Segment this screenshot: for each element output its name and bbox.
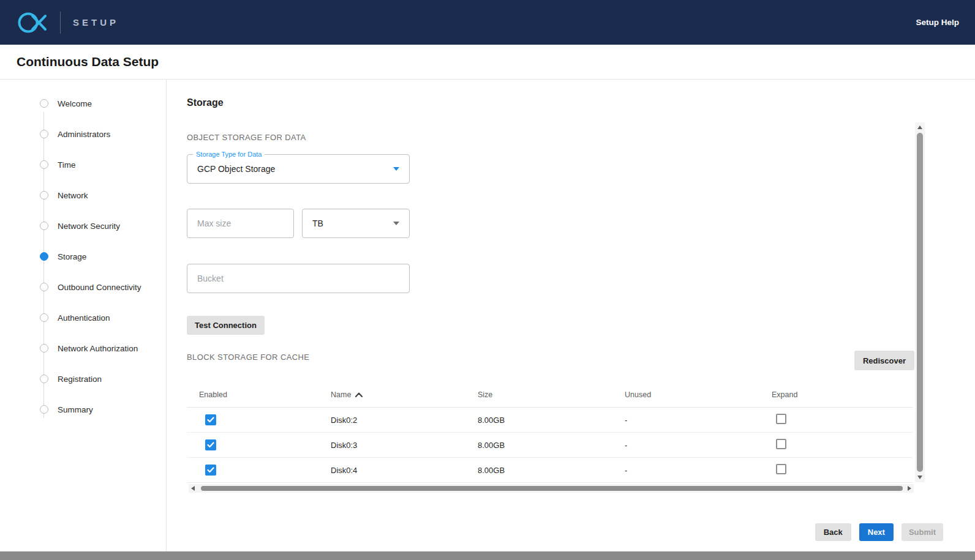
step-label: Network Authorization [58, 344, 138, 353]
step-authentication[interactable]: Authentication [0, 302, 166, 333]
step-outbound-connectivity[interactable]: Outbound Connectivity [0, 272, 166, 302]
column-expand: Expand [772, 390, 913, 399]
next-button[interactable]: Next [859, 523, 894, 541]
table-row: Disk0:4 8.00GB - [187, 458, 913, 483]
disk-name: Disk0:3 [331, 441, 478, 450]
disk-size: 8.00GB [478, 466, 625, 475]
wizard-footer: Back Next Submit [815, 523, 943, 541]
unit-value: TB [312, 218, 323, 228]
step-network-security[interactable]: Network Security [0, 211, 166, 241]
disk-name: Disk0:4 [331, 466, 478, 475]
step-dot-icon [40, 160, 48, 169]
expand-checkbox[interactable] [776, 414, 786, 424]
step-time[interactable]: Time [0, 149, 166, 180]
page-header: Continuous Data Setup [0, 45, 975, 80]
stepper: Welcome Administrators Time Network Netw… [0, 88, 166, 425]
step-dot-icon [40, 191, 48, 200]
test-connection-button[interactable]: Test Connection [187, 316, 265, 335]
submit-button[interactable]: Submit [902, 523, 943, 541]
horizontal-scrollbar[interactable] [189, 484, 914, 493]
step-registration[interactable]: Registration [0, 364, 166, 394]
column-unused: Unused [625, 390, 772, 399]
disk-unused: - [625, 466, 772, 475]
delphix-logo-icon [16, 10, 49, 35]
column-enabled: Enabled [187, 390, 331, 399]
storage-type-select[interactable]: Storage Type for Data GCP Object Storage [187, 154, 410, 184]
disk-size: 8.00GB [478, 416, 625, 425]
step-label: Outbound Connectivity [58, 283, 141, 292]
step-label: Summary [58, 405, 93, 414]
step-welcome[interactable]: Welcome [0, 88, 166, 119]
step-label: Administrators [58, 130, 110, 139]
step-summary[interactable]: Summary [0, 394, 166, 425]
table-row: Disk0:2 8.00GB - [187, 408, 913, 433]
disk-name: Disk0:2 [331, 416, 478, 425]
sidebar: Welcome Administrators Time Network Netw… [0, 80, 167, 551]
chevron-down-icon [393, 222, 399, 225]
step-label: Registration [58, 375, 102, 384]
step-label: Network Security [58, 222, 120, 231]
max-size-input[interactable] [187, 209, 293, 237]
step-dot-icon [40, 283, 48, 291]
step-dot-icon [40, 405, 48, 414]
block-storage-section-title: BLOCK STORAGE FOR CACHE [187, 353, 309, 362]
table-row: Disk0:3 8.00GB - [187, 433, 913, 458]
brand-text: SETUP [73, 17, 119, 28]
setup-app: SETUP Setup Help Continuous Data Setup W… [0, 0, 975, 560]
expand-checkbox[interactable] [776, 464, 786, 474]
storage-heading: Storage [187, 97, 224, 108]
main-content: Storage OBJECT STORAGE FOR DATA Storage … [167, 80, 975, 551]
disk-table-header: Enabled Name Size Unused Expand [187, 383, 913, 408]
setup-help-link[interactable]: Setup Help [916, 18, 959, 27]
storage-type-value: GCP Object Storage [197, 164, 275, 174]
step-storage[interactable]: Storage [0, 241, 166, 272]
step-dot-icon [40, 344, 48, 353]
step-label: Welcome [58, 99, 92, 108]
page-title: Continuous Data Setup [17, 54, 159, 69]
object-storage-section-title: OBJECT STORAGE FOR DATA [187, 133, 306, 142]
step-label: Network [58, 191, 88, 200]
bucket-input[interactable] [187, 264, 409, 293]
step-dot-icon [40, 375, 48, 383]
disk-table-body: Disk0:2 8.00GB - Disk0:3 8.00GB - Disk [187, 408, 913, 483]
scroll-up-arrow-icon[interactable] [915, 122, 925, 132]
step-dot-icon [40, 99, 48, 108]
scroll-left-arrow-icon[interactable] [189, 484, 197, 493]
step-label: Authentication [58, 313, 110, 323]
step-network-authorization[interactable]: Network Authorization [0, 333, 166, 364]
vertical-scrollbar[interactable] [915, 122, 925, 482]
unit-select[interactable]: TB [302, 209, 410, 238]
enabled-checkbox[interactable] [205, 465, 216, 476]
scroll-right-arrow-icon[interactable] [905, 484, 914, 493]
storage-type-label: Storage Type for Data [193, 151, 265, 158]
step-dot-icon [40, 222, 48, 230]
max-size-field [187, 209, 294, 238]
step-label: Storage [58, 252, 86, 261]
disk-unused: - [625, 441, 772, 450]
window-bottom-edge [0, 551, 975, 560]
scroll-down-arrow-icon[interactable] [915, 472, 925, 482]
step-label: Time [58, 160, 76, 170]
topbar: SETUP Setup Help [0, 0, 975, 45]
column-name[interactable]: Name [331, 390, 478, 399]
step-administrators[interactable]: Administrators [0, 119, 166, 149]
back-button[interactable]: Back [815, 523, 851, 541]
disk-table: Enabled Name Size Unused Expand Disk0:2 … [187, 383, 913, 483]
vertical-scrollbar-thumb[interactable] [917, 133, 923, 472]
bucket-field [187, 264, 410, 293]
column-size: Size [478, 390, 625, 399]
enabled-checkbox[interactable] [205, 439, 216, 450]
brand-divider [60, 12, 61, 34]
enabled-checkbox[interactable] [205, 414, 216, 425]
step-dot-icon [40, 252, 48, 261]
step-dot-icon [40, 313, 48, 322]
disk-unused: - [625, 416, 772, 425]
expand-checkbox[interactable] [776, 439, 786, 449]
chevron-down-icon [393, 167, 399, 171]
rediscover-button[interactable]: Rediscover [854, 351, 914, 370]
disk-size: 8.00GB [478, 441, 625, 450]
step-network[interactable]: Network [0, 180, 166, 211]
horizontal-scrollbar-thumb[interactable] [201, 486, 903, 491]
step-dot-icon [40, 130, 48, 138]
sort-ascending-icon[interactable] [355, 392, 363, 397]
